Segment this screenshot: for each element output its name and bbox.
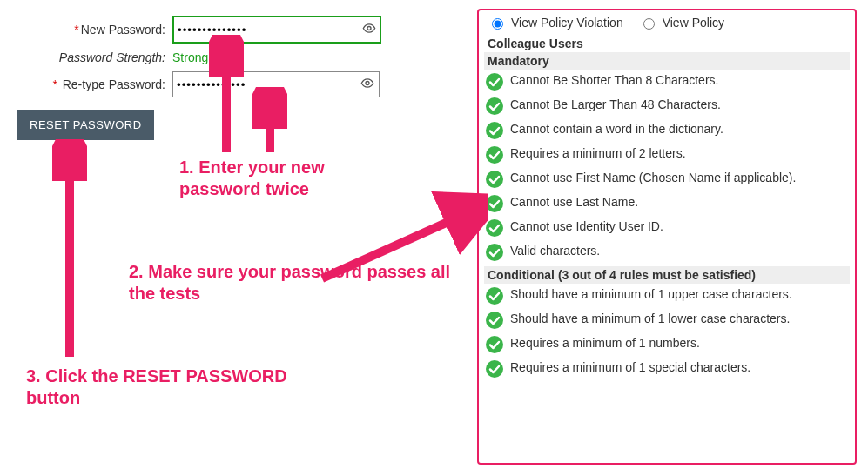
- annotation-step2: 2. Make sure your password passes all th…: [129, 261, 451, 305]
- radio-violation-label: View Policy Violation: [511, 16, 623, 30]
- svg-point-3: [486, 97, 503, 115]
- rule-text: Should have a minimum of 1 lower case ch…: [510, 312, 846, 327]
- svg-point-4: [486, 122, 503, 139]
- rule-item: Requires a minimum of 1 numbers.: [484, 332, 850, 357]
- eye-icon[interactable]: [360, 77, 374, 93]
- rule-item: Cannot use First Name (Chosen Name if ap…: [484, 167, 850, 191]
- mandatory-title: Mandatory: [484, 52, 850, 70]
- rule-item: Valid characters.: [484, 240, 850, 265]
- check-icon: [486, 312, 503, 329]
- new-password-label: *New Password:: [17, 23, 165, 37]
- rule-text: Requires a minimum of 1 special characte…: [510, 360, 846, 376]
- svg-point-2: [486, 73, 503, 91]
- users-title: Colleague Users: [484, 37, 850, 50]
- svg-point-7: [486, 195, 503, 212]
- arrow-step2: [313, 191, 488, 296]
- policy-panel: View Policy Violation View Policy Collea…: [477, 9, 857, 465]
- rule-item: Cannot use Identity User ID.: [484, 216, 850, 240]
- retype-label: * Re-type Password:: [17, 77, 165, 91]
- check-icon: [486, 73, 503, 91]
- radio-row: View Policy Violation View Policy: [484, 14, 850, 35]
- svg-point-12: [486, 336, 503, 353]
- rule-text: Should have a minimum of 1 upper case ch…: [510, 287, 846, 303]
- new-password-wrap: [172, 16, 381, 44]
- check-icon: [486, 97, 503, 115]
- svg-point-10: [486, 287, 503, 305]
- conditional-list: Should have a minimum of 1 upper case ch…: [484, 284, 850, 381]
- rule-item: Cannot use Last Name.: [484, 191, 850, 216]
- rule-item: Should have a minimum of 1 lower case ch…: [484, 308, 850, 332]
- radio-violation-input[interactable]: [492, 18, 503, 30]
- rule-text: Cannot use Identity User ID.: [510, 219, 846, 235]
- rule-text: Cannot Be Larger Than 48 Characters.: [510, 97, 846, 113]
- eye-icon[interactable]: [362, 22, 376, 38]
- rule-text: Cannot use Last Name.: [510, 195, 846, 211]
- retype-password-input[interactable]: [172, 71, 380, 97]
- radio-view-violation[interactable]: View Policy Violation: [488, 16, 623, 30]
- strength-value: Strong: [172, 50, 208, 64]
- rule-item: Cannot contain a word in the dictionary.: [484, 118, 850, 143]
- radio-view-policy[interactable]: View Policy: [639, 16, 724, 30]
- new-password-input[interactable]: [172, 16, 381, 44]
- annotation-step3: 3. Click the RESET PASSWORD button: [26, 365, 340, 409]
- svg-point-5: [486, 146, 503, 164]
- rule-text: Cannot Be Shorter Than 8 Characters.: [510, 73, 846, 89]
- check-icon: [486, 171, 503, 188]
- rule-text: Valid characters.: [510, 244, 846, 259]
- reset-password-button[interactable]: RESET PASSWORD: [17, 110, 154, 140]
- retype-row: * Re-type Password:: [17, 71, 470, 97]
- svg-point-11: [486, 312, 503, 329]
- check-icon: [486, 122, 503, 139]
- check-icon: [486, 336, 503, 353]
- svg-point-8: [486, 219, 503, 237]
- check-icon: [486, 195, 503, 212]
- rule-item: Should have a minimum of 1 upper case ch…: [484, 284, 850, 308]
- check-icon: [486, 360, 503, 378]
- check-icon: [486, 244, 503, 261]
- mandatory-list: Cannot Be Shorter Than 8 Characters.Cann…: [484, 70, 850, 265]
- svg-point-1: [366, 82, 369, 85]
- radio-policy-label: View Policy: [663, 16, 724, 30]
- rule-text: Requires a minimum of 1 numbers.: [510, 336, 846, 352]
- svg-point-6: [486, 171, 503, 188]
- password-form: *New Password: Password Strength: Strong…: [17, 16, 470, 104]
- strength-label: Password Strength:: [17, 50, 165, 64]
- retype-wrap: [172, 71, 380, 97]
- rule-text: Requires a minimum of 2 letters.: [510, 146, 846, 162]
- check-icon: [486, 146, 503, 164]
- svg-point-0: [367, 27, 371, 30]
- svg-point-9: [486, 244, 503, 261]
- check-icon: [486, 287, 503, 305]
- rule-item: Cannot Be Larger Than 48 Characters.: [484, 94, 850, 118]
- svg-point-13: [486, 360, 503, 378]
- radio-policy-input[interactable]: [643, 18, 655, 30]
- conditional-title: Conditional (3 out of 4 rules must be sa…: [484, 266, 850, 284]
- rule-text: Cannot contain a word in the dictionary.: [510, 122, 846, 137]
- svg-line-17: [322, 209, 477, 278]
- rule-item: Requires a minimum of 2 letters.: [484, 143, 850, 167]
- rule-item: Requires a minimum of 1 special characte…: [484, 357, 850, 381]
- strength-row: Password Strength: Strong: [17, 50, 470, 64]
- new-password-row: *New Password:: [17, 16, 470, 44]
- arrow-step3: [52, 139, 87, 365]
- check-icon: [486, 219, 503, 237]
- rule-item: Cannot Be Shorter Than 8 Characters.: [484, 70, 850, 94]
- rule-text: Cannot use First Name (Chosen Name if ap…: [510, 171, 846, 186]
- annotation-step1: 1. Enter your new password twice: [179, 157, 397, 200]
